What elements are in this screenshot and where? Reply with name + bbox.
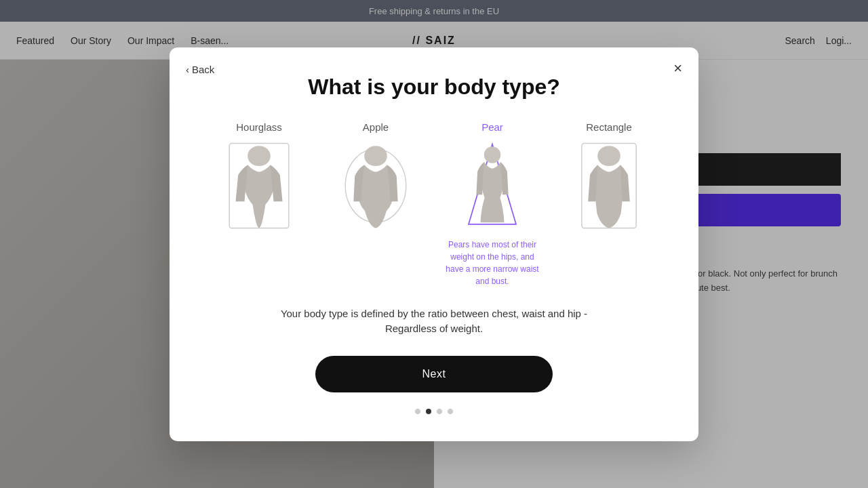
body-type-pear[interactable]: Pear Pears have most of their weight on … <box>445 121 540 287</box>
pear-figure <box>455 138 530 233</box>
svg-point-7 <box>597 146 620 166</box>
back-chevron-icon: ‹ <box>186 64 189 75</box>
dot-1 <box>415 409 420 414</box>
apple-svg <box>338 138 413 233</box>
pear-svg <box>455 138 530 233</box>
hourglass-label: Hourglass <box>236 121 282 133</box>
close-icon: × <box>673 60 682 77</box>
modal-back-button[interactable]: ‹ Back <box>186 64 214 75</box>
svg-point-4 <box>364 146 387 166</box>
modal-title: What is your body type? <box>197 75 671 100</box>
rectangle-label: Rectangle <box>586 121 632 133</box>
hourglass-svg <box>222 138 296 233</box>
hourglass-figure <box>222 138 296 233</box>
body-info-text: Your body type is defined by the ratio b… <box>197 306 671 337</box>
rectangle-svg <box>572 138 646 233</box>
dot-2 <box>426 409 431 414</box>
rectangle-figure <box>572 138 646 233</box>
body-type-rectangle[interactable]: Rectangle <box>561 121 656 287</box>
next-button[interactable]: Next <box>315 356 553 392</box>
pear-label: Pear <box>481 121 503 133</box>
info-text-line1: Your body type is defined by the ratio b… <box>281 308 587 319</box>
body-type-apple[interactable]: Apple <box>328 121 423 287</box>
info-text-line2: Regardless of weight. <box>385 323 483 334</box>
modal-overlay: ‹ Back × What is your body type? Hourgla… <box>0 0 868 488</box>
body-type-hourglass[interactable]: Hourglass <box>212 121 307 287</box>
dot-3 <box>437 409 442 414</box>
body-type-modal: ‹ Back × What is your body type? Hourgla… <box>170 47 698 441</box>
apple-label: Apple <box>363 121 389 133</box>
svg-point-5 <box>484 146 501 163</box>
modal-close-button[interactable]: × <box>673 61 682 76</box>
body-types-container: Hourglass Apple <box>197 121 671 287</box>
apple-figure <box>338 138 413 233</box>
pagination-dots <box>197 409 671 414</box>
pear-description: Pears have most of their weight on the h… <box>445 239 540 287</box>
dot-4 <box>448 409 453 414</box>
svg-point-2 <box>248 146 271 166</box>
